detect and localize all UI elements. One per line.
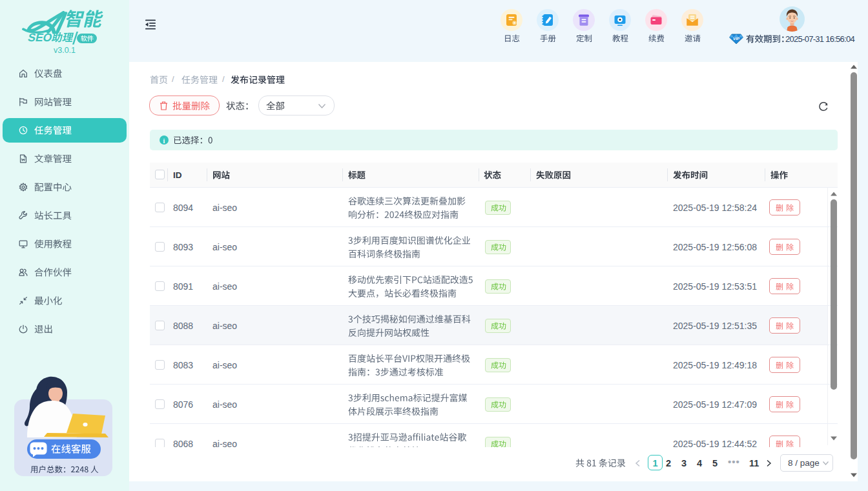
svg-text:SEO: SEO (26, 31, 54, 44)
svg-text:VIP: VIP (733, 36, 740, 41)
